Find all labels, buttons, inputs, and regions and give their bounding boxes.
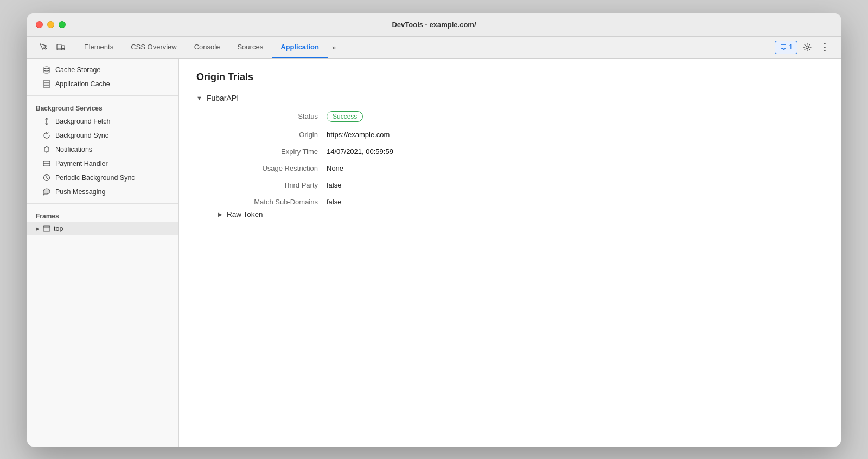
sidebar-item-app-cache[interactable]: Application Cache (27, 77, 178, 91)
notifications-icon (42, 145, 51, 154)
push-icon (42, 188, 51, 196)
cache-storage-label: Cache Storage (55, 66, 100, 74)
expiry-value: 14/07/2021, 00:59:59 (327, 147, 824, 156)
svg-point-4 (806, 46, 809, 49)
svg-point-5 (44, 67, 49, 69)
frames-header: Frames (27, 208, 178, 222)
raw-token-label: Raw Token (227, 210, 263, 218)
window-title: DevTools - example.com/ (392, 21, 476, 29)
main-area: Cache Storage Application Cache Backgrou (27, 59, 841, 447)
svg-rect-1 (62, 46, 65, 50)
tab-list: Elements CSS Overview Console Sources Ap… (75, 37, 770, 58)
sidebar-item-payment-handler[interactable]: Payment Handler (27, 157, 178, 171)
bg-services-header: Background Services (27, 100, 178, 114)
status-label: Status (218, 111, 327, 122)
sidebar-item-top-frame[interactable]: ▶ top (27, 222, 178, 235)
devtools-tool-icons (31, 37, 73, 58)
api-section: ▼ FubarAPI Status Success Origin https:/… (196, 94, 824, 218)
app-cache-icon (42, 80, 51, 88)
svg-rect-9 (43, 161, 50, 166)
match-subdomains-label: Match Sub-Domains (218, 198, 327, 206)
storage-section: Cache Storage Application Cache (27, 59, 178, 96)
close-button[interactable] (36, 21, 43, 28)
api-name: FubarAPI (207, 94, 239, 102)
svg-rect-12 (43, 226, 50, 231)
tab-elements[interactable]: Elements (75, 37, 122, 58)
frame-label: top (54, 225, 63, 232)
svg-rect-6 (43, 81, 50, 82)
bg-fetch-label: Background Fetch (55, 118, 110, 125)
tab-sources[interactable]: Sources (228, 37, 272, 58)
origin-value: https://example.com (327, 131, 824, 139)
usage-restriction-value: None (327, 164, 824, 172)
frames-section: Frames ▶ top (27, 204, 178, 240)
raw-token-row[interactable]: ▶ Raw Token (218, 210, 824, 218)
issues-badge-button[interactable]: 🗨 1 (775, 41, 797, 54)
sidebar-item-bg-sync[interactable]: Background Sync (27, 128, 178, 143)
status-value: Success (327, 111, 824, 122)
svg-rect-8 (43, 86, 50, 87)
traffic-lights (36, 21, 66, 28)
push-messaging-label: Push Messaging (55, 188, 105, 196)
sidebar-item-notifications[interactable]: Notifications (27, 143, 178, 157)
issues-count: 1 (789, 43, 793, 51)
bg-sync-label: Background Sync (55, 132, 108, 139)
tab-application[interactable]: Application (272, 37, 328, 58)
titlebar: DevTools - example.com/ (27, 13, 841, 37)
third-party-label: Third Party (218, 181, 327, 189)
status-badge: Success (327, 111, 363, 122)
tab-css-overview[interactable]: CSS Overview (122, 37, 186, 58)
sidebar-item-bg-fetch[interactable]: Background Fetch (27, 114, 178, 128)
tab-console[interactable]: Console (186, 37, 229, 58)
inspect-element-icon[interactable] (36, 40, 51, 55)
notifications-label: Notifications (55, 146, 92, 153)
settings-button[interactable] (800, 40, 815, 55)
api-name-row[interactable]: ▼ FubarAPI (196, 94, 824, 102)
device-toggle-icon[interactable] (53, 40, 68, 55)
raw-token-expand-icon: ▶ (218, 211, 222, 217)
frame-expand-icon: ▶ (36, 226, 40, 231)
svg-rect-7 (43, 83, 50, 85)
tab-right-tools: 🗨 1 ⋮ (770, 37, 837, 58)
sidebar-item-periodic-sync[interactable]: Periodic Background Sync (27, 171, 178, 185)
origin-label: Origin (218, 131, 327, 139)
periodic-sync-icon (42, 173, 51, 182)
maximize-button[interactable] (59, 21, 66, 28)
app-cache-label: Application Cache (55, 80, 110, 88)
third-party-value: false (327, 181, 824, 189)
bg-fetch-icon (42, 117, 51, 126)
sidebar-item-push-messaging[interactable]: Push Messaging (27, 185, 178, 199)
cache-storage-icon (42, 66, 51, 74)
devtools-window: DevTools - example.com/ Elements (27, 13, 841, 447)
usage-restriction-label: Usage Restriction (218, 164, 327, 172)
match-subdomains-value: false (327, 198, 824, 206)
payment-icon (42, 159, 51, 168)
content-panel: Origin Trials ▼ FubarAPI Status Success … (179, 59, 841, 447)
periodic-sync-label: Periodic Background Sync (55, 174, 135, 182)
collapse-triangle-icon: ▼ (196, 95, 202, 101)
expiry-label: Expiry Time (218, 147, 327, 156)
minimize-button[interactable] (47, 21, 54, 28)
payment-handler-label: Payment Handler (55, 160, 108, 167)
api-properties-grid: Status Success Origin https://example.co… (218, 111, 824, 206)
more-tabs-button[interactable]: » (328, 37, 340, 58)
more-options-button[interactable]: ⋮ (817, 40, 832, 55)
background-services-section: Background Services Background Fetch (27, 96, 178, 204)
svg-rect-0 (57, 44, 61, 50)
tabbar: Elements CSS Overview Console Sources Ap… (27, 37, 841, 59)
frame-icon (43, 225, 50, 232)
page-title: Origin Trials (196, 72, 824, 83)
bg-sync-icon (42, 131, 51, 140)
sidebar-item-cache-storage[interactable]: Cache Storage (27, 63, 178, 77)
issues-icon: 🗨 (780, 43, 787, 51)
sidebar: Cache Storage Application Cache Backgrou (27, 59, 179, 447)
